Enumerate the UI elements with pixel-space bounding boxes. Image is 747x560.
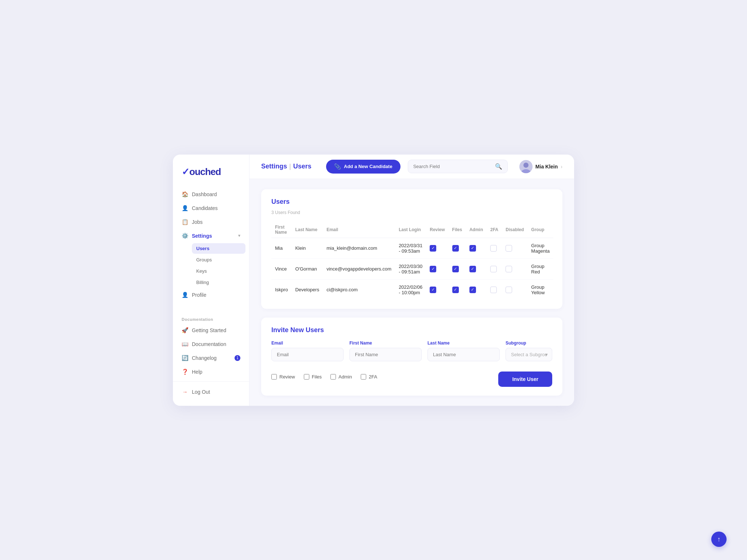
sidebar-item-documentation[interactable]: 📖 Documentation xyxy=(177,338,245,351)
col-2fa: 2FA xyxy=(487,222,502,238)
invite-title: Invite New Users xyxy=(271,326,552,334)
sidebar-item-logout[interactable]: → Log Out xyxy=(177,385,245,398)
first-name-label: First Name xyxy=(349,341,422,346)
admin-checkbox[interactable] xyxy=(330,374,336,380)
review-checkbox-label[interactable]: Review xyxy=(271,374,295,380)
logout-icon: → xyxy=(182,389,188,395)
svg-point-1 xyxy=(523,163,529,168)
cell-checked: ✓ xyxy=(426,279,448,300)
cell-checked: ✓ xyxy=(449,279,466,300)
sidebar-item-candidates[interactable]: 👤 Candidates xyxy=(177,202,245,215)
cell-unchecked xyxy=(502,279,527,300)
sidebar-item-jobs-label: Jobs xyxy=(192,219,203,225)
sidebar-item-changelog[interactable]: 🔄 Changelog 1 xyxy=(177,351,245,365)
files-checkbox-label[interactable]: Files xyxy=(304,374,322,380)
sidebar-item-help[interactable]: ❓ Help xyxy=(177,365,245,378)
dashboard-icon: 🏠 xyxy=(182,191,188,198)
cell-last-login: 2022/03/31 - 09:53am xyxy=(395,238,426,258)
submenu-item-billing[interactable]: Billing xyxy=(192,277,245,288)
main-content: Settings|Users 📎 Add a New Candidate 🔍 M… xyxy=(249,155,574,406)
help-icon: ❓ xyxy=(182,369,188,375)
last-name-field[interactable] xyxy=(427,348,500,361)
files-label: Files xyxy=(312,374,322,380)
email-label: Email xyxy=(271,341,344,346)
cell-first-name: Iskpro xyxy=(271,279,291,300)
submenu-item-keys[interactable]: Keys xyxy=(192,266,245,276)
scroll-top-button[interactable]: ↑ xyxy=(711,532,727,547)
col-last-login: Last Login xyxy=(395,222,426,238)
submenu-item-users[interactable]: Users xyxy=(192,243,245,254)
logo-text: ✓ouched xyxy=(182,166,221,177)
profile-icon: 👤 xyxy=(182,292,188,298)
last-name-label: Last Name xyxy=(427,341,500,346)
col-first-name: First Name xyxy=(271,222,291,238)
cell-checked: ✓ xyxy=(449,238,466,258)
cell-last-name: O'Gorman xyxy=(291,258,323,279)
cell-first-name: Mia xyxy=(271,238,291,258)
email-field[interactable] xyxy=(271,348,344,361)
admin-label: Admin xyxy=(338,374,352,380)
admin-checkbox-label[interactable]: Admin xyxy=(330,374,352,380)
subgroup-select[interactable]: Select a Subgroup xyxy=(506,348,552,361)
cell-checked: ✓ xyxy=(426,238,448,258)
cell-checked: ✓ xyxy=(426,258,448,279)
sidebar-docs: 🚀 Getting Started 📖 Documentation 🔄 Chan… xyxy=(173,324,249,378)
sidebar-item-settings[interactable]: ⚙️ Settings ▾ xyxy=(177,229,245,242)
2fa-checkbox-label[interactable]: 2FA xyxy=(361,374,377,380)
settings-header-label: Settings xyxy=(261,163,287,170)
review-checkbox[interactable] xyxy=(271,374,277,380)
sidebar-item-documentation-label: Documentation xyxy=(192,341,226,347)
sidebar-item-getting-started[interactable]: 🚀 Getting Started xyxy=(177,324,245,337)
subgroup-label: Subgroup xyxy=(506,341,552,346)
invite-checkboxes-row: Review Files Admin 2FA In xyxy=(271,367,552,387)
settings-submenu: Users Groups Keys Billing xyxy=(177,243,245,288)
cell-unchecked xyxy=(502,258,527,279)
candidates-icon: 👤 xyxy=(182,205,188,211)
files-checkbox[interactable] xyxy=(304,374,309,380)
cell-checked: ✓ xyxy=(466,279,487,300)
col-admin: Admin xyxy=(466,222,487,238)
chevron-down-icon: ▾ xyxy=(238,233,240,238)
subgroup-group: Subgroup Select a Subgroup xyxy=(506,341,552,361)
user-info[interactable]: Mia Klein › xyxy=(519,160,562,173)
users-section-title: Users xyxy=(271,198,552,206)
submenu-item-groups[interactable]: Groups xyxy=(192,254,245,265)
invite-card: Invite New Users Email First Name Last N… xyxy=(261,318,562,396)
invite-user-button[interactable]: Invite User xyxy=(498,372,552,387)
changelog-badge: 1 xyxy=(235,355,240,361)
sidebar-nav: 🏠 Dashboard 👤 Candidates 📋 Jobs ⚙️ Setti… xyxy=(173,188,249,311)
logo-check-icon: ✓ xyxy=(182,166,189,177)
last-name-group: Last Name xyxy=(427,341,500,361)
sidebar-logo: ✓ouched xyxy=(173,166,249,188)
cell-last-login: 2022/03/30 - 09:51am xyxy=(395,258,426,279)
invite-form-row1: Email First Name Last Name Subgroup xyxy=(271,341,552,361)
settings-icon: ⚙️ xyxy=(182,233,188,239)
header-title: Settings|Users xyxy=(261,163,311,170)
app-container: ✓ouched 🏠 Dashboard 👤 Candidates 📋 Jobs … xyxy=(173,155,574,406)
search-icon[interactable]: 🔍 xyxy=(495,163,502,170)
search-input[interactable] xyxy=(413,164,492,169)
subgroup-select-wrapper: Select a Subgroup xyxy=(506,348,552,361)
sidebar-bottom: → Log Out xyxy=(173,381,249,398)
add-candidate-icon: 📎 xyxy=(334,163,341,170)
sidebar-item-changelog-label: Changelog xyxy=(192,355,217,361)
cell-email: vince@vogappdevelopers.com xyxy=(323,258,395,279)
cell-last-name: Klein xyxy=(291,238,323,258)
cell-group: Group Red xyxy=(527,258,553,279)
sidebar-item-getting-started-label: Getting Started xyxy=(192,327,226,333)
2fa-label: 2FA xyxy=(369,374,377,380)
jobs-icon: 📋 xyxy=(182,219,188,225)
sidebar-item-profile-label: Profile xyxy=(192,292,206,298)
header: Settings|Users 📎 Add a New Candidate 🔍 M… xyxy=(249,155,574,179)
users-found-label: 3 Users Found xyxy=(271,210,552,215)
add-candidate-button[interactable]: 📎 Add a New Candidate xyxy=(326,160,400,174)
sidebar-item-profile[interactable]: 👤 Profile xyxy=(177,288,245,302)
2fa-checkbox[interactable] xyxy=(361,374,366,380)
first-name-field[interactable] xyxy=(349,348,422,361)
sidebar-item-jobs[interactable]: 📋 Jobs xyxy=(177,215,245,229)
table-row: Iskpro Developers ci@iskpro.com 2022/02/… xyxy=(271,279,553,300)
sidebar-item-help-label: Help xyxy=(192,369,202,375)
sidebar-item-dashboard[interactable]: 🏠 Dashboard xyxy=(177,188,245,201)
sidebar-item-logout-label: Log Out xyxy=(192,389,210,395)
cell-email: ci@iskpro.com xyxy=(323,279,395,300)
